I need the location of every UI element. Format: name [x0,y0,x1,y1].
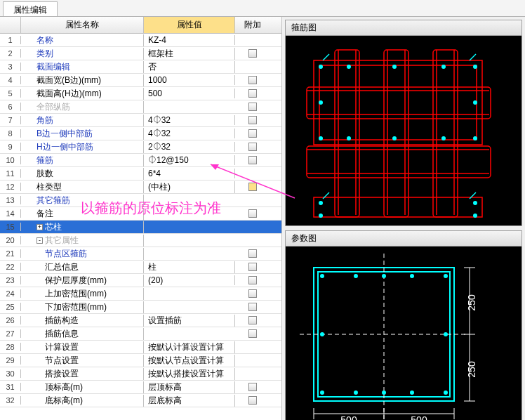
property-name-cell: +芯柱 [21,221,144,233]
extra-cell [235,116,270,124]
property-name: 全部纵筋 [36,101,70,113]
property-value-cell[interactable]: 按默认搭接设置计算 [144,368,235,380]
property-name-cell: 计算设置 [21,341,144,353]
grid-row[interactable]: 14备注 [0,207,281,221]
property-value-cell[interactable]: 6*4 [144,169,235,178]
row-number: 20 [0,236,21,244]
checkbox[interactable] [248,383,257,391]
checkbox[interactable] [248,49,257,58]
grid-row[interactable]: 9H边一侧中部筋2⏀32 [0,140,281,154]
grid-row[interactable]: 26插筋构造设置插筋 [0,314,281,327]
checkbox[interactable] [248,89,257,98]
extra-cell [235,396,270,405]
row-number: 24 [0,289,21,298]
grid-row[interactable]: 8B边一侧中部筋4⏀32 [0,127,281,140]
grid-row[interactable]: 3截面编辑否 [0,60,281,74]
checkbox[interactable] [248,289,257,298]
property-value-cell[interactable]: 4⏀32 [144,115,235,125]
grid-row[interactable]: 27插筋信息 [0,327,281,341]
property-value-cell[interactable]: ⏀12@150 [144,155,235,165]
property-value-cell[interactable]: 2⏀32 [144,142,235,152]
grid-row[interactable]: 1名称KZ-4 [0,34,281,47]
extra-cell [235,383,270,391]
grid-row[interactable]: 30搭接设置按默认搭接设置计算 [0,367,281,381]
grid-row[interactable]: 31顶标高(m)层顶标高 [0,381,281,394]
property-value-cell[interactable]: 柱 [144,261,235,273]
property-value-cell[interactable]: 4⏀32 [144,129,235,138]
grid-row[interactable]: 20-其它属性 [0,234,281,247]
property-value-cell[interactable]: (中柱) [144,181,235,193]
checkbox[interactable] [248,183,257,191]
property-name-cell: 截面高(H边)(mm) [21,88,144,100]
property-value-cell[interactable]: 层底标高 [144,395,235,407]
row-number: 22 [0,263,21,271]
header-extra: 附加 [235,17,270,33]
header-value: 属性值 [144,17,235,33]
checkbox[interactable] [248,396,257,405]
grid-row[interactable]: 29节点设置按默认节点设置计算 [0,354,281,367]
grid-row[interactable]: 24上加密范围(mm) [0,287,281,301]
extra-cell [235,103,270,111]
grid-row[interactable]: 13其它箍筋 [0,194,281,207]
row-number: 9 [0,143,21,151]
grid-row[interactable]: 7角筋4⏀32 [0,114,281,127]
property-value-cell[interactable]: 框架柱 [144,48,235,60]
grid-row[interactable]: 11肢数6*4 [0,167,281,181]
checkbox[interactable] [248,116,257,124]
property-name: 上加密范围(mm) [45,288,107,300]
grid-row[interactable]: 21节点区箍筋 [0,247,281,261]
property-name: 下加密范围(mm) [45,301,107,313]
grid-row[interactable]: 15+芯柱 [0,221,281,234]
property-value-cell[interactable]: KZ-4 [144,35,235,45]
checkbox[interactable] [248,76,257,84]
checkbox[interactable] [248,329,257,338]
property-value-cell[interactable]: (20) [144,275,235,285]
grid-row[interactable]: 6全部纵筋 [0,100,281,114]
property-value-cell[interactable]: 设置插筋 [144,315,235,327]
row-number: 32 [0,396,21,405]
property-name-cell: 下加密范围(mm) [21,301,144,313]
expand-icon[interactable]: + [36,224,43,230]
checkbox[interactable] [248,263,257,271]
grid-row[interactable]: 10箍筋⏀12@150 [0,154,281,167]
grid-row[interactable]: 32底标高(m)层底标高 [0,394,281,407]
property-value-cell[interactable]: 否 [144,61,235,73]
checkbox[interactable] [248,276,257,284]
property-name: 节点区箍筋 [45,248,87,260]
property-value-cell[interactable]: 层顶标高 [144,381,235,393]
checkbox[interactable] [248,143,257,151]
grid-row[interactable]: 4截面宽(B边)(mm)1000 [0,74,281,87]
checkbox[interactable] [248,316,257,324]
svg-point-42 [320,274,324,278]
svg-point-33 [473,214,477,218]
grid-row[interactable]: 5截面高(H边)(mm)500 [0,87,281,100]
svg-rect-0 [314,60,482,145]
checkbox[interactable] [248,209,257,218]
grid-row[interactable]: 22汇总信息柱 [0,261,281,274]
grid-row[interactable]: 2类别框架柱 [0,47,281,60]
property-value-cell[interactable]: 1000 [144,75,235,85]
property-name-cell: 名称 [21,34,144,46]
expand-icon[interactable]: - [36,237,43,244]
checkbox[interactable] [248,303,257,311]
row-number: 8 [0,129,21,138]
grid-row[interactable]: 23保护层厚度(mm)(20) [0,274,281,287]
grid-row[interactable]: 12柱类型(中柱) [0,181,281,194]
svg-point-25 [347,136,351,140]
grid-row[interactable]: 28计算设置按默认计算设置计算 [0,341,281,354]
checkbox[interactable] [248,129,257,138]
extra-cell [235,289,270,298]
property-value-cell[interactable]: 按默认节点设置计算 [144,355,235,367]
row-number: 4 [0,76,21,84]
param-diagram: 500 500 250 250 [286,247,521,420]
property-value-cell[interactable]: 500 [144,88,235,98]
checkbox[interactable] [248,103,257,111]
property-name: B边一侧中部筋 [36,128,93,140]
svg-text:250: 250 [466,294,477,311]
tab-property-edit[interactable]: 属性编辑 [3,1,58,16]
checkbox[interactable] [248,156,257,164]
property-value-cell[interactable]: 按默认计算设置计算 [144,341,235,353]
checkbox[interactable] [248,249,257,258]
grid-row[interactable]: 25下加密范围(mm) [0,301,281,314]
svg-point-31 [473,201,477,205]
